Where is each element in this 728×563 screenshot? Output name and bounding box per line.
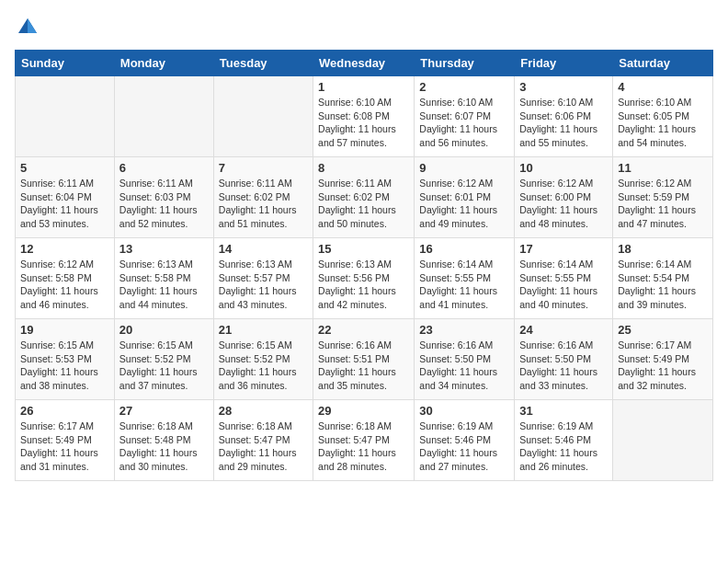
day-number: 20 [119, 323, 209, 337]
day-number: 6 [119, 161, 209, 175]
calendar-cell: 22Sunrise: 6:16 AM Sunset: 5:51 PM Dayli… [313, 319, 415, 400]
day-number: 23 [419, 323, 509, 337]
day-number: 18 [618, 242, 708, 256]
calendar-cell: 30Sunrise: 6:19 AM Sunset: 5:46 PM Dayli… [415, 400, 515, 481]
calendar-cell: 1Sunrise: 6:10 AM Sunset: 6:08 PM Daylig… [313, 76, 415, 157]
calendar-cell: 5Sunrise: 6:11 AM Sunset: 6:04 PM Daylig… [16, 157, 115, 238]
calendar-cell: 26Sunrise: 6:17 AM Sunset: 5:49 PM Dayli… [16, 400, 115, 481]
day-number: 30 [419, 404, 509, 418]
day-info: Sunrise: 6:10 AM Sunset: 6:08 PM Dayligh… [318, 96, 409, 150]
calendar-cell: 21Sunrise: 6:15 AM Sunset: 5:52 PM Dayli… [213, 319, 313, 400]
calendar-table: SundayMondayTuesdayWednesdayThursdayFrid… [15, 50, 713, 481]
day-number: 16 [419, 242, 509, 256]
day-info: Sunrise: 6:10 AM Sunset: 6:06 PM Dayligh… [519, 96, 608, 150]
calendar-cell: 16Sunrise: 6:14 AM Sunset: 5:55 PM Dayli… [415, 238, 515, 319]
calendar-cell: 20Sunrise: 6:15 AM Sunset: 5:52 PM Dayli… [114, 319, 213, 400]
calendar-week-row: 26Sunrise: 6:17 AM Sunset: 5:49 PM Dayli… [16, 400, 713, 481]
day-number: 19 [20, 323, 109, 337]
calendar-cell: 17Sunrise: 6:14 AM Sunset: 5:55 PM Dayli… [515, 238, 613, 319]
day-info: Sunrise: 6:14 AM Sunset: 5:55 PM Dayligh… [419, 258, 509, 312]
day-info: Sunrise: 6:15 AM Sunset: 5:52 PM Dayligh… [219, 339, 308, 393]
day-number: 26 [20, 404, 109, 418]
calendar-cell: 13Sunrise: 6:13 AM Sunset: 5:58 PM Dayli… [114, 238, 213, 319]
day-number: 24 [519, 323, 608, 337]
calendar-cell: 4Sunrise: 6:10 AM Sunset: 6:05 PM Daylig… [613, 76, 713, 157]
calendar-cell: 19Sunrise: 6:15 AM Sunset: 5:53 PM Dayli… [16, 319, 115, 400]
svg-marker-2 [28, 18, 37, 33]
weekday-header-wednesday: Wednesday [313, 51, 415, 76]
day-info: Sunrise: 6:14 AM Sunset: 5:55 PM Dayligh… [519, 258, 608, 312]
calendar-cell: 28Sunrise: 6:18 AM Sunset: 5:47 PM Dayli… [213, 400, 313, 481]
day-number: 22 [318, 323, 409, 337]
day-number: 25 [618, 323, 708, 337]
calendar-cell: 3Sunrise: 6:10 AM Sunset: 6:06 PM Daylig… [515, 76, 613, 157]
calendar-cell: 10Sunrise: 6:12 AM Sunset: 6:00 PM Dayli… [515, 157, 613, 238]
day-info: Sunrise: 6:18 AM Sunset: 5:47 PM Dayligh… [219, 419, 308, 474]
calendar-cell: 25Sunrise: 6:17 AM Sunset: 5:49 PM Dayli… [613, 319, 713, 400]
day-info: Sunrise: 6:16 AM Sunset: 5:50 PM Dayligh… [519, 339, 608, 393]
calendar-cell: 15Sunrise: 6:13 AM Sunset: 5:56 PM Dayli… [313, 238, 415, 319]
header [15, 15, 713, 40]
day-info: Sunrise: 6:16 AM Sunset: 5:51 PM Dayligh… [318, 339, 409, 393]
calendar-cell: 12Sunrise: 6:12 AM Sunset: 5:58 PM Dayli… [16, 238, 115, 319]
calendar-week-row: 5Sunrise: 6:11 AM Sunset: 6:04 PM Daylig… [16, 157, 713, 238]
day-number: 8 [318, 161, 409, 175]
day-info: Sunrise: 6:17 AM Sunset: 5:49 PM Dayligh… [20, 419, 109, 474]
weekday-header-saturday: Saturday [613, 51, 713, 76]
calendar-cell: 27Sunrise: 6:18 AM Sunset: 5:48 PM Dayli… [114, 400, 213, 481]
day-number: 17 [519, 242, 608, 256]
logo-icon [15, 15, 40, 40]
day-number: 7 [219, 161, 308, 175]
day-number: 9 [419, 161, 509, 175]
calendar-cell: 18Sunrise: 6:14 AM Sunset: 5:54 PM Dayli… [613, 238, 713, 319]
calendar-cell: 29Sunrise: 6:18 AM Sunset: 5:47 PM Dayli… [313, 400, 415, 481]
day-number: 2 [419, 80, 509, 94]
calendar-cell: 11Sunrise: 6:12 AM Sunset: 5:59 PM Dayli… [613, 157, 713, 238]
logo [15, 15, 44, 40]
day-info: Sunrise: 6:11 AM Sunset: 6:04 PM Dayligh… [20, 177, 109, 231]
calendar-cell: 7Sunrise: 6:11 AM Sunset: 6:02 PM Daylig… [213, 157, 313, 238]
calendar-week-row: 1Sunrise: 6:10 AM Sunset: 6:08 PM Daylig… [16, 76, 713, 157]
day-number: 10 [519, 161, 608, 175]
day-number: 13 [119, 242, 209, 256]
day-info: Sunrise: 6:10 AM Sunset: 6:05 PM Dayligh… [618, 96, 708, 150]
day-info: Sunrise: 6:16 AM Sunset: 5:50 PM Dayligh… [419, 339, 509, 393]
calendar-cell [213, 76, 313, 157]
page-container: SundayMondayTuesdayWednesdayThursdayFrid… [0, 0, 728, 490]
weekday-header-thursday: Thursday [415, 51, 515, 76]
day-info: Sunrise: 6:14 AM Sunset: 5:54 PM Dayligh… [618, 258, 708, 312]
day-info: Sunrise: 6:12 AM Sunset: 6:01 PM Dayligh… [419, 177, 509, 231]
calendar-cell: 6Sunrise: 6:11 AM Sunset: 6:03 PM Daylig… [114, 157, 213, 238]
calendar-cell: 9Sunrise: 6:12 AM Sunset: 6:01 PM Daylig… [415, 157, 515, 238]
day-number: 12 [20, 242, 109, 256]
calendar-cell [16, 76, 115, 157]
day-number: 31 [519, 404, 608, 418]
day-number: 29 [318, 404, 409, 418]
day-number: 14 [219, 242, 308, 256]
weekday-header-friday: Friday [515, 51, 613, 76]
day-info: Sunrise: 6:10 AM Sunset: 6:07 PM Dayligh… [419, 96, 509, 150]
calendar-week-row: 19Sunrise: 6:15 AM Sunset: 5:53 PM Dayli… [16, 319, 713, 400]
day-info: Sunrise: 6:19 AM Sunset: 5:46 PM Dayligh… [519, 419, 608, 474]
weekday-header-row: SundayMondayTuesdayWednesdayThursdayFrid… [16, 51, 713, 76]
day-info: Sunrise: 6:15 AM Sunset: 5:52 PM Dayligh… [119, 339, 209, 393]
day-info: Sunrise: 6:11 AM Sunset: 6:03 PM Dayligh… [119, 177, 209, 231]
day-info: Sunrise: 6:18 AM Sunset: 5:47 PM Dayligh… [318, 419, 409, 474]
day-number: 27 [119, 404, 209, 418]
day-info: Sunrise: 6:11 AM Sunset: 6:02 PM Dayligh… [219, 177, 308, 231]
day-number: 28 [219, 404, 308, 418]
day-info: Sunrise: 6:17 AM Sunset: 5:49 PM Dayligh… [618, 339, 708, 393]
day-number: 15 [318, 242, 409, 256]
day-number: 21 [219, 323, 308, 337]
calendar-cell: 14Sunrise: 6:13 AM Sunset: 5:57 PM Dayli… [213, 238, 313, 319]
day-info: Sunrise: 6:13 AM Sunset: 5:57 PM Dayligh… [219, 258, 308, 312]
day-info: Sunrise: 6:13 AM Sunset: 5:58 PM Dayligh… [119, 258, 209, 312]
day-info: Sunrise: 6:12 AM Sunset: 5:58 PM Dayligh… [20, 258, 109, 312]
weekday-header-tuesday: Tuesday [213, 51, 313, 76]
day-number: 1 [318, 80, 409, 94]
calendar-cell: 23Sunrise: 6:16 AM Sunset: 5:50 PM Dayli… [415, 319, 515, 400]
day-info: Sunrise: 6:19 AM Sunset: 5:46 PM Dayligh… [419, 419, 509, 474]
calendar-week-row: 12Sunrise: 6:12 AM Sunset: 5:58 PM Dayli… [16, 238, 713, 319]
calendar-cell: 24Sunrise: 6:16 AM Sunset: 5:50 PM Dayli… [515, 319, 613, 400]
day-info: Sunrise: 6:11 AM Sunset: 6:02 PM Dayligh… [318, 177, 409, 231]
